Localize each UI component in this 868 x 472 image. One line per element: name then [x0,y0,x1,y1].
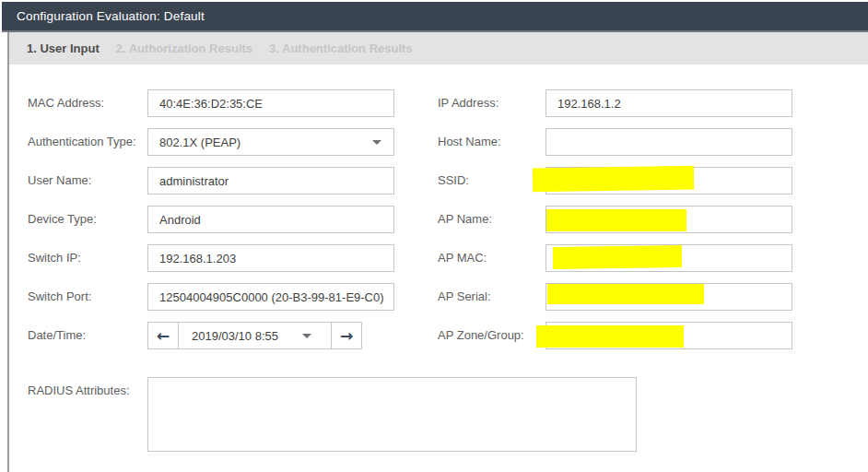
wizard-tabbar: 1. User Input 2. Authorization Results 3… [9,32,868,65]
date-time-value: 2019/03/10 8:55 [192,329,278,343]
mac-address-input[interactable] [147,89,394,117]
ip-address-input[interactable] [545,89,792,117]
date-previous-button[interactable]: ← [147,322,179,349]
ssid-redaction-overlay [533,166,694,193]
user-name-input[interactable] [147,167,394,195]
radius-attributes-label: RADIUS Attributes: [28,377,130,405]
arrow-left-icon: ← [157,328,170,344]
switch-port-label: Switch Port: [28,283,91,311]
ap-zone-group-label: AP Zone/Group: [438,322,524,349]
ap-zone-group-redaction-overlay [536,325,684,348]
chevron-down-icon [302,334,311,338]
device-type-input[interactable] [147,206,394,233]
host-name-label: Host Name: [438,128,501,156]
date-time-select[interactable]: 2019/03/10 8:55 [178,322,332,349]
radius-attributes-textarea[interactable] [147,377,637,452]
authentication-type-select[interactable]: 802.1X (PEAP) [147,128,394,156]
date-time-label: Date/Time: [28,322,86,349]
dialog-titlebar: Configuration Evaluation: Default [2,2,868,32]
host-name-input[interactable] [545,128,792,156]
ap-mac-label: AP MAC: [438,244,487,272]
dialog-left-border [7,32,9,472]
switch-port-input[interactable] [147,283,394,311]
user-name-label: User Name: [28,167,91,195]
ssid-label: SSID: [438,167,469,195]
ap-name-label: AP Name: [438,206,492,233]
tab-authorization-results[interactable]: 2. Authorization Results [116,41,252,55]
tab-user-input[interactable]: 1. User Input [27,41,100,55]
chevron-down-icon [372,140,381,145]
ip-address-label: IP Address: [438,89,499,117]
authentication-type-label: Authentication Type: [28,128,136,156]
ap-mac-redaction-overlay [553,245,682,269]
switch-ip-input[interactable] [147,244,394,272]
mac-address-label: MAC Address: [28,89,104,117]
ap-serial-redaction-overlay [547,284,704,304]
arrow-right-icon: → [340,328,353,344]
ap-name-redaction-overlay [546,209,686,231]
dialog-title: Configuration Evaluation: Default [2,9,205,23]
device-type-label: Device Type: [28,206,97,233]
tab-authentication-results[interactable]: 3. Authentication Results [269,41,413,55]
date-next-button[interactable]: → [331,322,362,349]
switch-ip-label: Switch IP: [28,244,81,272]
authentication-type-value: 802.1X (PEAP) [159,136,393,149]
ap-serial-label: AP Serial: [438,283,491,311]
